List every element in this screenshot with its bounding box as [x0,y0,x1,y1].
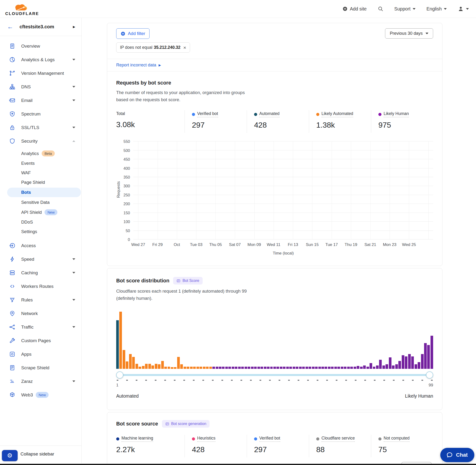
sidebar-item-access[interactable]: Access [0,239,81,252]
slider-handle-max[interactable] [426,371,433,379]
histogram-bar[interactable] [296,367,298,369]
histogram-bar[interactable] [427,345,430,369]
cloudflare-logo[interactable]: CLOUDFLARE [5,2,39,16]
histogram-bar[interactable] [312,367,315,369]
histogram-bar[interactable] [389,357,391,369]
histogram-bar[interactable] [132,357,135,369]
account-menu[interactable] [458,6,469,12]
sidebar-subitem-bots[interactable]: Bots [7,188,81,197]
histogram-bar[interactable] [174,367,176,369]
histogram-bar[interactable] [382,365,385,369]
histogram-bar[interactable] [193,367,196,369]
date-range-select[interactable]: Previous 30 days [385,28,433,39]
histogram-bar[interactable] [261,367,263,369]
histogram-bar[interactable] [196,367,199,369]
histogram-bar[interactable] [386,364,388,369]
histogram-bar[interactable] [431,336,433,369]
histogram-bar[interactable] [331,367,334,369]
histogram-bar[interactable] [180,364,183,369]
histogram-bar[interactable] [129,354,132,369]
histogram-bar[interactable] [414,364,417,369]
histogram-bar[interactable] [209,367,212,369]
histogram-bar[interactable] [405,356,407,369]
histogram-bar[interactable] [142,366,145,369]
histogram-bar[interactable] [411,356,414,369]
histogram-bar[interactable] [161,361,164,369]
remove-filter-icon[interactable]: × [183,45,186,50]
histogram-bar[interactable] [235,367,237,369]
sidebar-subitem-ddos[interactable]: DDoS [0,217,81,227]
histogram-bar[interactable] [222,367,224,369]
histogram-bar[interactable] [370,363,372,369]
histogram-bar[interactable] [341,367,343,369]
histogram-bar[interactable] [219,367,222,369]
sidebar-subitem-api-shield[interactable]: API ShieldNew [0,207,81,217]
histogram-bar[interactable] [338,367,340,369]
histogram-bar[interactable] [402,355,404,369]
histogram-bar[interactable] [138,367,141,369]
histogram-bar[interactable] [276,367,279,369]
settings-fab[interactable]: ⚙ [2,450,18,461]
histogram-bar[interactable] [315,367,318,369]
histogram-bar[interactable] [302,367,305,369]
histogram-bar[interactable] [168,367,170,369]
sidebar-item-overview[interactable]: Overview [0,39,81,53]
histogram-bar[interactable] [203,367,205,369]
histogram-bar[interactable] [318,367,321,369]
histogram-bar[interactable] [241,367,244,369]
chevron-right-icon[interactable]: ▶ [73,25,75,29]
histogram-bar[interactable] [289,367,292,369]
sidebar-item-web3[interactable]: Web3New [0,388,81,402]
sidebar-item-apps[interactable]: Apps [0,347,81,361]
histogram-bar[interactable] [228,367,231,369]
sidebar-item-version-management[interactable]: Version Management [0,66,81,80]
histogram-bar[interactable] [306,367,308,369]
histogram-bar[interactable] [164,367,167,369]
histogram-bar[interactable] [360,367,363,369]
histogram-bar[interactable] [206,367,209,369]
histogram-bar[interactable] [251,367,254,369]
histogram-bar[interactable] [171,367,173,369]
sidebar-item-analytics-logs[interactable]: Analytics & Logs [0,53,81,66]
bot-score-generation-badge[interactable]: Bot score generation [162,420,210,428]
histogram-bar[interactable] [334,367,337,369]
histogram-bar[interactable] [321,367,324,369]
histogram-bar[interactable] [293,367,295,369]
histogram-bar[interactable] [145,364,148,369]
histogram-bar[interactable] [184,367,186,369]
histogram-bar[interactable] [248,367,250,369]
histogram-bar[interactable] [286,367,289,369]
sidebar-item-workers-routes[interactable]: Workers Routes [0,280,81,293]
histogram-bar[interactable] [328,367,330,369]
sidebar-item-rules[interactable]: Rules [0,293,81,307]
sidebar-item-dns[interactable]: DNS [0,80,81,94]
sidebar-item-caching[interactable]: Caching [0,266,81,280]
histogram-bar[interactable] [257,367,260,369]
sidebar-subitem-page-shield[interactable]: Page Shield [0,178,81,187]
language-menu[interactable]: English [426,6,447,12]
histogram-bar[interactable] [373,367,376,369]
histogram-bar[interactable] [421,354,424,369]
sidebar-subitem-events[interactable]: Events [0,159,81,168]
histogram-bar[interactable] [376,365,379,369]
sidebar-subitem-waf[interactable]: WAF [0,168,81,178]
histogram-bar[interactable] [238,367,241,369]
histogram-bar[interactable] [392,365,395,369]
chat-button[interactable]: Chat [440,448,474,462]
histogram-bar[interactable] [418,362,420,369]
histogram-bar[interactable] [273,367,276,369]
histogram-bar[interactable] [299,367,302,369]
search-button[interactable] [378,6,383,12]
slider-handle-min[interactable] [116,371,123,379]
histogram-bar[interactable] [424,343,427,369]
histogram-bar[interactable] [177,357,180,369]
histogram-bar[interactable] [347,367,350,369]
histogram-bar[interactable] [395,364,398,369]
histogram-bar[interactable] [325,367,327,369]
histogram-bar[interactable] [126,361,128,369]
sidebar-item-zaraz[interactable]: Zaraz [0,375,81,388]
histogram-bar[interactable] [350,367,353,369]
histogram-bar[interactable] [212,367,215,369]
slider-track[interactable] [119,374,430,376]
histogram-bar[interactable] [283,367,286,369]
